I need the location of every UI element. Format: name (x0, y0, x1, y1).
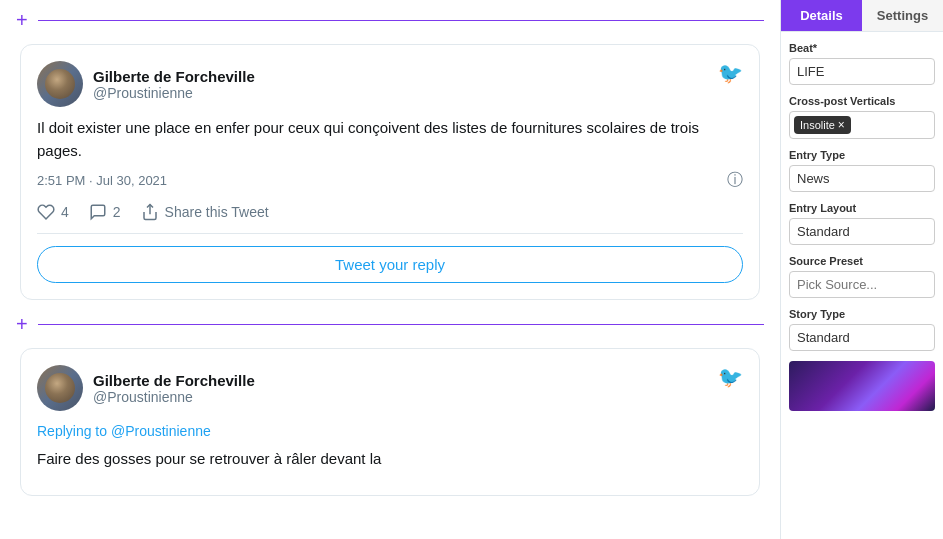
avatar-img-1 (37, 61, 83, 107)
tweet-card-2: Gilberte de Forcheville @Proustinienne 🐦… (20, 348, 760, 496)
tag-insolite-label: Insolite (800, 119, 835, 131)
user-name-1: Gilberte de Forcheville (93, 68, 255, 85)
beat-input[interactable] (789, 58, 935, 85)
right-panel: Details Settings Beat* Cross-post Vertic… (780, 0, 943, 539)
avatar-2 (37, 365, 83, 411)
user-info-2: Gilberte de Forcheville @Proustinienne (93, 372, 255, 405)
replying-to-label: Replying to @Proustinienne (37, 421, 743, 442)
tab-details[interactable]: Details (781, 0, 862, 31)
twitter-bird-icon-2: 🐦 (718, 365, 743, 389)
reply-count-1: 2 (113, 204, 121, 220)
tweet-meta-1: 2:51 PM · Jul 30, 2021 ⓘ (37, 170, 743, 191)
story-type-input[interactable] (789, 324, 935, 351)
tweet-time-1: 2:51 PM · Jul 30, 2021 (37, 173, 167, 188)
entry-type-field-group: Entry Type (789, 149, 935, 192)
tweet-card-1: Gilberte de Forcheville @Proustinienne 🐦… (20, 44, 760, 300)
avatar-1 (37, 61, 83, 107)
entry-layout-input[interactable] (789, 218, 935, 245)
panel-tabs: Details Settings (781, 0, 943, 32)
reply-action-1[interactable]: 2 (89, 203, 121, 221)
tweet-body-1: Il doit exister une place en enfer pour … (37, 117, 743, 162)
user-info-1: Gilberte de Forcheville @Proustinienne (93, 68, 255, 101)
divider-row-1: + (0, 0, 780, 40)
thumbnail-preview (789, 361, 935, 411)
beat-field-group: Beat* (789, 42, 935, 85)
twitter-bird-icon-1: 🐦 (718, 61, 743, 85)
tweet-header-2: Gilberte de Forcheville @Proustinienne 🐦 (37, 365, 743, 411)
user-handle-2: @Proustinienne (93, 389, 255, 405)
entry-type-label: Entry Type (789, 149, 935, 161)
tweet-actions-1: 4 2 Share this Tweet (37, 203, 743, 234)
tweet-user-2: Gilberte de Forcheville @Proustinienne (37, 365, 255, 411)
add-above-icon[interactable]: + (16, 10, 28, 30)
story-type-label: Story Type (789, 308, 935, 320)
tweet-body-2: Faire des gosses pour se retrouver à râl… (37, 448, 743, 471)
info-icon-1[interactable]: ⓘ (727, 170, 743, 191)
divider-row-2: + (0, 304, 780, 344)
tweet-header-1: Gilberte de Forcheville @Proustinienne 🐦 (37, 61, 743, 107)
like-count-1: 4 (61, 204, 69, 220)
divider-line-2 (38, 324, 764, 325)
panel-content: Beat* Cross-post Verticals Insolite × En… (781, 32, 943, 539)
share-label-1: Share this Tweet (165, 204, 269, 220)
entry-layout-field-group: Entry Layout (789, 202, 935, 245)
tweet-user-1: Gilberte de Forcheville @Proustinienne (37, 61, 255, 107)
crosspost-tags: Insolite × (789, 111, 935, 139)
tag-insolite: Insolite × (794, 116, 851, 134)
source-preset-field-group: Source Preset (789, 255, 935, 298)
share-action-1[interactable]: Share this Tweet (141, 203, 269, 221)
crosspost-field-group: Cross-post Verticals Insolite × (789, 95, 935, 139)
entry-type-input[interactable] (789, 165, 935, 192)
feed-panel: + Gilberte de Forcheville @Proustinienne… (0, 0, 780, 539)
tag-insolite-remove[interactable]: × (838, 118, 845, 132)
crosspost-label: Cross-post Verticals (789, 95, 935, 107)
divider-line-1 (38, 20, 764, 21)
avatar-img-2 (37, 365, 83, 411)
entry-layout-label: Entry Layout (789, 202, 935, 214)
user-name-2: Gilberte de Forcheville (93, 372, 255, 389)
tab-settings[interactable]: Settings (862, 0, 943, 31)
user-handle-1: @Proustinienne (93, 85, 255, 101)
tweet-reply-button-1[interactable]: Tweet your reply (37, 246, 743, 283)
add-between-icon[interactable]: + (16, 314, 28, 334)
beat-label: Beat* (789, 42, 935, 54)
like-action-1[interactable]: 4 (37, 203, 69, 221)
source-preset-label: Source Preset (789, 255, 935, 267)
story-type-field-group: Story Type (789, 308, 935, 351)
source-preset-input[interactable] (789, 271, 935, 298)
